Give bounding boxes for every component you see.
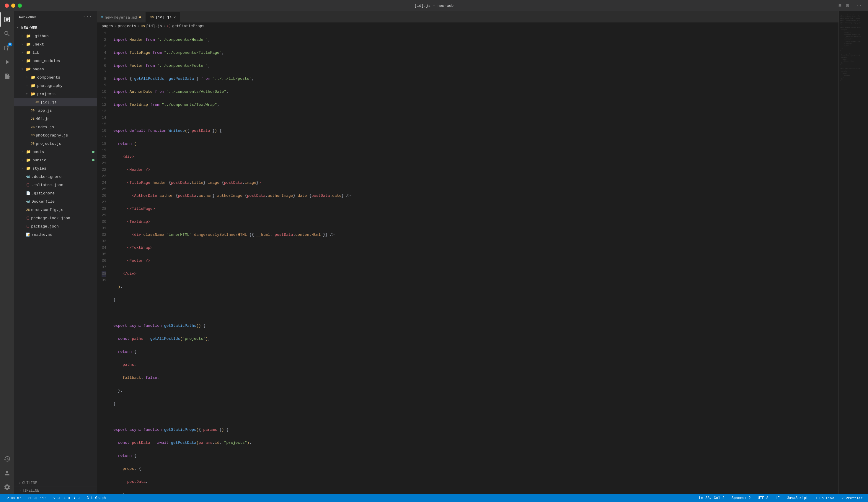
activity-settings[interactable] (0, 480, 14, 494)
sync-icon: ⟳ (28, 496, 31, 501)
git-graph-label: Git Graph (87, 496, 106, 500)
tree-node-modules[interactable]: › 📁 node_modules (14, 57, 97, 65)
photojs-label: photography.js (36, 133, 68, 138)
activity-source-control[interactable]: 6 (0, 41, 14, 55)
prettier[interactable]: ✓ Prettier (840, 496, 865, 501)
js-icon: JS (31, 125, 34, 129)
encoding[interactable]: UTF-8 (756, 496, 770, 500)
tree-readme[interactable]: › 📝 readme.md (14, 230, 97, 239)
activity-explorer[interactable] (0, 12, 14, 27)
breadcrumb-getstaticprops[interactable]: getStaticProps (172, 24, 204, 28)
js-icon: JS (31, 109, 34, 112)
activity-run[interactable] (0, 55, 14, 69)
breadcrumb-fn-icon: ⟨⟩ (167, 24, 171, 28)
window-controls[interactable] (5, 3, 22, 8)
code-content[interactable]: import Header from "../components/Header… (111, 30, 838, 494)
app-label: _app.js (36, 109, 52, 113)
tree-404-js[interactable]: › JS 404.js (14, 115, 97, 123)
tree-dockerignore[interactable]: › 🐳 .dockerignore (14, 172, 97, 181)
git-sync[interactable]: ⟳ 0↓ 11↑ (27, 496, 48, 501)
tree-id-js[interactable]: › JS [id].js (14, 98, 97, 107)
prettier-icon: ✓ (841, 496, 844, 501)
styles-label: styles (32, 166, 46, 171)
tree-index-js[interactable]: › JS index.js (14, 123, 97, 131)
tree-next[interactable]: › 📁 .next (14, 40, 97, 49)
line-ending[interactable]: LF (774, 496, 782, 500)
lib-label: lib (32, 51, 39, 55)
breadcrumb-projects[interactable]: projects (118, 24, 136, 28)
eslint-arrow: › (21, 183, 26, 187)
json-icon: {} (26, 183, 30, 187)
error-count[interactable]: ✕ 0 ⚠ 0 ℹ 0 (51, 496, 81, 501)
lib-arrow: › (21, 51, 26, 54)
line-col-label: Ln 38, Col 2 (699, 496, 724, 500)
tree-dockerfile[interactable]: › 🐳 Dockerfile (14, 197, 97, 205)
tree-pages[interactable]: ▾ 📂 pages (14, 65, 97, 73)
breadcrumb-sep3: › (163, 24, 166, 28)
tree-github[interactable]: › 📁 .github (14, 32, 97, 40)
activity-remote[interactable] (0, 452, 14, 466)
title-bar: [id].js — new-web ⊞ ⊟ ··· (0, 0, 868, 11)
df-arrow: › (21, 200, 26, 203)
index-arrow: › (26, 126, 31, 129)
close-button[interactable] (5, 3, 9, 8)
tree-components[interactable]: › 📁 components (14, 73, 97, 82)
breadcrumb-idjs[interactable]: [id].js (146, 24, 162, 28)
language-mode[interactable]: JavaScript (785, 496, 810, 500)
info-count: 0 (78, 496, 80, 501)
tree-photography[interactable]: › 📁 photography (14, 82, 97, 90)
tree-next-config[interactable]: › JS next.config.js (14, 205, 97, 214)
tree-photography-js[interactable]: › JS photography.js (14, 131, 97, 139)
timeline-section[interactable]: › TIMELINE (14, 486, 97, 494)
maximize-button[interactable] (18, 3, 22, 8)
go-live-icon: ⚡ (815, 496, 817, 501)
more-icon[interactable]: ··· (854, 3, 862, 8)
breadcrumb-pages[interactable]: pages (102, 24, 113, 28)
tab-id-js[interactable]: JS [id].js ✕ (146, 12, 180, 22)
pj-label: package.json (31, 224, 59, 229)
di-arrow: › (21, 175, 26, 179)
tree-app-js[interactable]: › JS _app.js (14, 107, 97, 115)
folder-icon: 📁 (31, 75, 36, 80)
minimize-button[interactable] (11, 3, 16, 8)
tree-posts[interactable]: › 📁 posts (14, 148, 97, 156)
activity-search[interactable] (0, 27, 14, 41)
tree-gitignore[interactable]: › 📄 .gitignore (14, 189, 97, 197)
sidebar-more-actions[interactable]: ··· (83, 14, 92, 20)
title-bar-right: ⊞ ⊟ ··· (838, 3, 862, 9)
tree-styles[interactable]: › 📁 styles (14, 164, 97, 172)
sync-count: 0↓ 11↑ (33, 496, 46, 501)
minimap[interactable]: import Header from "../compo import Titl… (838, 11, 868, 494)
tab-new-meyersa[interactable]: M new-meyersa.md ● (97, 12, 146, 22)
outline-toggle[interactable]: › OUTLINE (19, 481, 37, 485)
line-col[interactable]: Ln 38, Col 2 (697, 496, 726, 500)
pages-arrow: ▾ (21, 67, 26, 71)
tree-package-json[interactable]: › {} package.json (14, 222, 97, 230)
go-live[interactable]: ⚡ Go Live (813, 496, 836, 501)
tree-package-lock[interactable]: › {} package-lock.json (14, 214, 97, 222)
tree-eslint[interactable]: › {} .eslintrc.json (14, 181, 97, 189)
outline-label: OUTLINE (22, 481, 37, 485)
tree-public[interactable]: › 📁 public (14, 156, 97, 164)
tab-close-button[interactable]: ✕ (173, 15, 176, 20)
nc-label: next.config.js (31, 208, 63, 212)
timeline-toggle[interactable]: › TIMELINE (19, 489, 39, 493)
tree-root[interactable]: ▾ NEW-WEB (14, 24, 97, 32)
activity-bar: 6 (0, 11, 14, 494)
json-icon: {} (26, 224, 30, 228)
git-branch[interactable]: ⎇ main* (3, 496, 23, 501)
split-editor-icon[interactable]: ⊞ (838, 3, 841, 9)
spaces[interactable]: Spaces: 2 (730, 496, 753, 500)
tree-projects-js[interactable]: › JS projects.js (14, 139, 97, 148)
code-editor[interactable]: 123456 789101112 131415161718 1920212223… (97, 30, 838, 494)
activity-extensions[interactable] (0, 69, 14, 83)
proj-label: projects (37, 92, 55, 96)
outline-section[interactable]: › OUTLINE (14, 479, 97, 486)
idjs-label: [id].js (40, 100, 57, 104)
tree-projects[interactable]: ▾ 📂 projects (14, 90, 97, 98)
git-graph[interactable]: Git Graph (85, 496, 108, 500)
tree-lib[interactable]: › 📁 lib (14, 49, 97, 57)
go-live-label: Go Live (819, 496, 834, 501)
layout-icon[interactable]: ⊟ (846, 3, 849, 9)
activity-account[interactable] (0, 466, 14, 480)
